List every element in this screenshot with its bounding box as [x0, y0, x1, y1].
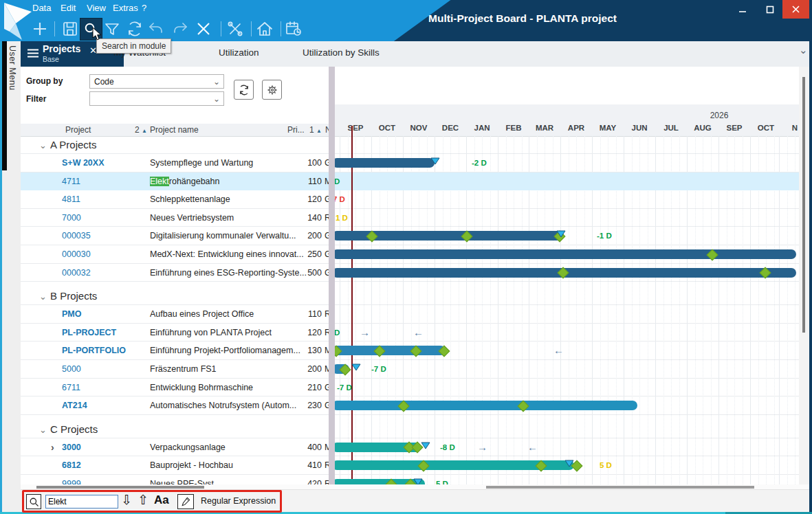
project-code-link[interactable]: 000030: [62, 249, 91, 259]
new-icon[interactable]: [30, 19, 50, 38]
timeline-month-sep: SEP: [347, 124, 363, 132]
project-code-link[interactable]: AT214: [62, 401, 87, 410]
delay-label: -2 D: [472, 159, 487, 167]
filter-label: Filter: [26, 94, 46, 104]
customizer-icon[interactable]: [226, 19, 245, 38]
toolbar-separator: [251, 21, 252, 36]
group-row[interactable]: ⌄B Projects: [21, 289, 799, 305]
group-row[interactable]: ⌄C Projects: [21, 422, 799, 438]
menu-view[interactable]: View: [87, 3, 106, 13]
project-name-cell: Einführung von PLANTA Project: [150, 328, 272, 337]
home-icon[interactable]: [255, 19, 274, 38]
table-row[interactable]: 000030MedX-Next: Entwicklung eines innov…: [21, 245, 799, 264]
group-by-select[interactable]: Code ⌄: [89, 74, 224, 89]
chevron-down-icon[interactable]: ⌄: [39, 425, 47, 435]
module-content: Group by Code ⌄ Filter ⌄ Proje: [21, 67, 809, 484]
project-code-link[interactable]: 3000: [62, 443, 81, 452]
toolbar-separator: [281, 21, 281, 36]
timeline-month-n: N: [792, 124, 798, 132]
maximize-button[interactable]: [756, 0, 784, 19]
table-row[interactable]: 9999Neues PPE-Syst...420R5 D: [21, 475, 799, 484]
hamburger-icon[interactable]: [28, 49, 39, 58]
user-menu-sidebar[interactable]: User Menu: [0, 41, 21, 512]
table-gantt-splitter[interactable]: [329, 67, 335, 484]
priority-cell: 110: [287, 177, 322, 186]
column-header-project[interactable]: Project: [65, 125, 91, 135]
project-code-link[interactable]: 6711: [62, 383, 80, 392]
table-row[interactable]: PL-PORTFOLIOEinführung Projekt-Portfolio…: [21, 342, 799, 360]
table-row[interactable]: S+W 20XXSystempflege und Wartung100G-2 D: [21, 154, 799, 172]
priority-cell: 420: [287, 479, 322, 484]
table-row[interactable]: 000032Einführung eines ESG-Reporting-Sys…: [21, 264, 799, 282]
project-name-cell: Elektrohängebahn: [150, 177, 219, 186]
search-match-highlight: Elekt: [150, 177, 169, 186]
table-row[interactable]: 6812Bauprojekt - Hochbau410R5 D: [21, 456, 799, 475]
tab-utilization-by-skills[interactable]: Utilization by Skills: [303, 47, 380, 58]
tab-overflow-chevron-down-icon[interactable]: ⌄: [799, 44, 808, 56]
save-icon[interactable]: [61, 19, 80, 38]
group-label: C Projects: [50, 423, 98, 435]
filter-icon[interactable]: [102, 19, 122, 38]
priority-cell: 200: [287, 231, 322, 241]
column-header-priority[interactable]: Pri...: [287, 125, 305, 135]
menu-edit[interactable]: Edit: [61, 3, 76, 13]
module-menu-icon[interactable]: [284, 19, 303, 38]
gantt-timeline-header: 2026 SEPOCTNOVDECJANFEBMARAPRMAYJUNJULAU…: [330, 104, 809, 137]
project-code-link[interactable]: 5000: [62, 364, 81, 374]
project-code-link[interactable]: PL-PROJECT: [62, 328, 116, 337]
project-code-link[interactable]: 4711: [62, 177, 80, 186]
delay-label: -8 D: [440, 443, 455, 451]
menu-extras[interactable]: Extras: [113, 3, 138, 13]
project-code-link[interactable]: 7000: [62, 213, 81, 223]
redo-icon[interactable]: [171, 19, 190, 38]
project-code-link[interactable]: 9999: [62, 479, 81, 484]
project-name-cell: Fräszentrum FS1: [150, 364, 217, 374]
project-code-link[interactable]: 000035: [62, 231, 91, 241]
table-row[interactable]: ›3000Verpackungsanlage400M→←-8 D: [21, 438, 799, 457]
minimize-button[interactable]: [729, 0, 756, 19]
project-code-link[interactable]: S+W 20XX: [62, 158, 105, 168]
table-horizontal-scrollbar-thumb[interactable]: [36, 486, 204, 489]
group-row[interactable]: ⌄A Projects: [21, 137, 799, 154]
chevron-down-icon[interactable]: ⌄: [39, 291, 47, 302]
menu-data[interactable]: Data: [32, 3, 51, 13]
table-row[interactable]: 7000Neues Vertriebsystem140R1 D: [21, 209, 799, 227]
table-row[interactable]: 000035Digitalisierung kommunaler Verwalt…: [21, 227, 799, 245]
table-row[interactable]: 4711Elektrohängebahn110MD: [21, 172, 799, 191]
table-row[interactable]: PL-PROJECTEinführung von PLANTA Project1…: [21, 324, 799, 342]
refresh-groups-button[interactable]: [234, 80, 254, 100]
table-row[interactable]: PMOAufbau eines Project Office110R: [21, 305, 799, 324]
vertical-scrollbar[interactable]: [799, 67, 809, 484]
gantt-horizontal-scrollbar-thumb[interactable]: [486, 486, 754, 489]
table-row[interactable]: 5000Fräszentrum FS1200M-7 D: [21, 360, 799, 379]
project-code-link[interactable]: 6812: [62, 460, 81, 470]
chevron-down-icon[interactable]: ⌄: [39, 140, 47, 150]
gantt-bar[interactable]: [332, 158, 435, 168]
gantt-bar[interactable]: [332, 401, 637, 410]
table-row[interactable]: 6711Entwicklung Bohrmaschine210G-7 D: [21, 379, 799, 397]
tab-utilization[interactable]: Utilization: [219, 47, 259, 58]
project-code-link[interactable]: PL-PORTFOLIO: [62, 346, 126, 355]
delete-icon[interactable]: [194, 19, 213, 38]
filter-select[interactable]: ⌄: [89, 91, 224, 106]
project-code-link[interactable]: 4811: [62, 194, 80, 204]
close-button[interactable]: [782, 0, 809, 19]
annotation-red-rectangle: [22, 490, 282, 513]
menu-[interactable]: ?: [142, 3, 146, 13]
table-row[interactable]: AT214Automatisches Notrufsystem (Autom..…: [21, 396, 799, 415]
column-header-project-name[interactable]: Project name: [150, 125, 199, 135]
gantt-bar[interactable]: [332, 249, 796, 259]
priority-cell: 410: [287, 460, 322, 470]
vertical-scrollbar-thumb[interactable]: [802, 77, 805, 333]
settings-button[interactable]: [262, 80, 282, 100]
maximize-icon: [766, 5, 774, 14]
refresh-icon[interactable]: [125, 19, 144, 38]
project-code-link[interactable]: 000032: [62, 268, 91, 278]
project-code-link[interactable]: PMO: [62, 309, 81, 319]
gantt-bar[interactable]: [332, 346, 446, 355]
timeline-month-dec: DEC: [442, 124, 459, 132]
expand-chevron-icon[interactable]: ›: [51, 442, 54, 453]
table-row[interactable]: 4811Schleppkettenanlage120G7 D: [21, 190, 799, 209]
priority-cell: 130: [287, 346, 322, 355]
undo-icon[interactable]: [146, 19, 166, 38]
